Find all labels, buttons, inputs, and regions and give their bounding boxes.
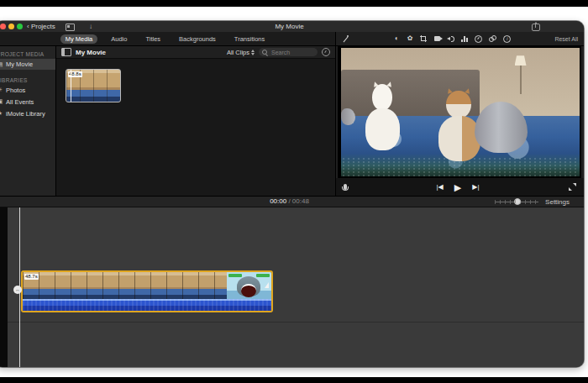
reset-all-button[interactable]: Reset All <box>554 36 578 42</box>
viewer-controls: |◀ ▶ ▶| <box>336 178 584 196</box>
all-clips-label: All Clips <box>227 49 249 56</box>
project-media-header: PROJECT MEDIA <box>0 51 55 57</box>
libraries-sidebar: PROJECT MEDIA ▤ My Movie LIBRARIES ✳ Pho… <box>0 46 55 196</box>
media-browser: My Movie All Clips <box>55 46 335 196</box>
kitten-left-edge <box>341 108 355 125</box>
sidebar-item-label: All Events <box>6 98 34 106</box>
bottom-letterbox-bar <box>0 377 588 383</box>
color-correction-icon[interactable]: ✿ <box>407 34 413 43</box>
timeline-zoom-slider[interactable] <box>495 198 538 205</box>
tab-backgrounds[interactable]: Backgrounds <box>174 34 221 44</box>
timeline-left-gutter <box>0 207 8 367</box>
clip-endcard <box>227 272 271 299</box>
noise-reduction-icon[interactable] <box>461 35 468 42</box>
info-icon[interactable]: i <box>503 35 511 43</box>
endcard-badge <box>256 274 270 277</box>
search-input[interactable] <box>270 49 314 56</box>
previous-frame-button[interactable]: |◀ <box>437 183 444 192</box>
media-pane-body: PROJECT MEDIA ▤ My Movie LIBRARIES ✳ Pho… <box>0 46 335 196</box>
clip-duration-badge: 48.7s <box>24 274 39 280</box>
clip-filmstrip <box>23 272 227 299</box>
media-pane: My Media Audio Titles Backgrounds Transi… <box>0 32 335 196</box>
current-time: 00:00 <box>270 197 286 205</box>
color-balance-icon[interactable]: ◐ <box>393 34 400 43</box>
enhance-wand-icon[interactable] <box>342 35 349 43</box>
screenshot-stage: ‹ Projects ↓ My Movie My Media Audio Tit… <box>0 0 588 383</box>
window-title: My Movie <box>0 21 584 32</box>
viewer-video-frame <box>338 46 581 178</box>
lamp <box>514 55 528 94</box>
sidebar-item-my-movie[interactable]: ▤ My Movie <box>0 59 55 70</box>
tab-audio[interactable]: Audio <box>106 34 132 44</box>
endcard-sailboat <box>265 282 269 288</box>
main-content: My Media Audio Titles Backgrounds Transi… <box>0 32 584 196</box>
timeline[interactable]: 48.7s ↔ <box>0 207 584 367</box>
top-letterbox-bar <box>0 0 588 7</box>
search-box[interactable] <box>259 48 318 56</box>
sidebar-item-imovie-library[interactable]: ★ iMovie Library <box>0 108 55 118</box>
trim-handle[interactable]: ↔ <box>13 286 22 294</box>
adjust-icon-group: ◐ ✿ i <box>393 34 511 43</box>
white-kitten <box>363 84 403 151</box>
imovie-window: ‹ Projects ↓ My Movie My Media Audio Tit… <box>0 21 584 367</box>
libraries-header: LIBRARIES <box>0 77 55 83</box>
sidebar-toggle-icon[interactable] <box>61 48 71 56</box>
aperture-icon: ✳ <box>0 87 3 93</box>
tab-transitions[interactable]: Transitions <box>229 34 270 44</box>
sidebar-item-label: iMovie Library <box>6 110 45 118</box>
sidebar-item-label: Photos <box>6 87 25 94</box>
viewer-pane: ◐ ✿ i Reset All <box>335 32 584 196</box>
filmstrip-icon: ▤ <box>0 61 3 68</box>
total-time: / 00:48 <box>288 197 308 205</box>
events-icon: ▣ <box>0 98 3 105</box>
next-frame-button[interactable]: ▶| <box>472 183 479 192</box>
endcard-shark <box>237 276 260 296</box>
clip-audio-waveform <box>23 299 271 311</box>
tab-titles[interactable]: Titles <box>140 34 165 44</box>
timeline-header: 00:00 / 00:48 Settings <box>0 196 584 207</box>
sidebar-item-label: My Movie <box>6 60 33 68</box>
stabilization-icon[interactable] <box>434 36 440 41</box>
video-scene <box>341 48 580 176</box>
window-titlebar: ‹ Projects ↓ My Movie <box>0 21 584 33</box>
transport-controls: |◀ ▶ ▶| <box>437 183 480 192</box>
media-tabbar: My Media Audio Titles Backgrounds Transi… <box>0 32 335 46</box>
thumbnail-skimmer <box>71 70 71 102</box>
volume-icon[interactable] <box>447 35 454 42</box>
updown-chevrons-icon <box>251 48 255 56</box>
endcard-badge <box>228 274 242 277</box>
sidebar-item-photos[interactable]: ✳ Photos <box>0 85 55 95</box>
fullscreen-icon[interactable] <box>569 183 576 191</box>
speed-icon[interactable] <box>475 35 482 43</box>
crop-icon[interactable] <box>420 35 427 42</box>
microphone-icon[interactable] <box>344 184 347 190</box>
browser-header: My Movie All Clips <box>56 46 335 59</box>
clip-filter-icon[interactable] <box>322 48 330 56</box>
browser-title: My Movie <box>76 49 106 56</box>
sidebar-item-all-events[interactable]: ▣ All Events <box>0 97 55 107</box>
timeline-clip-kittens[interactable]: 48.7s <box>21 270 273 312</box>
adjust-toolbar: ◐ ✿ i Reset All <box>336 32 584 46</box>
play-button[interactable]: ▶ <box>454 183 461 192</box>
all-clips-dropdown[interactable]: All Clips <box>227 48 255 56</box>
gray-kitten <box>475 102 527 153</box>
media-thumbnail-kittens[interactable]: 48.8s <box>66 69 121 102</box>
clip-filter-effects-icon[interactable] <box>489 35 496 42</box>
search-icon <box>262 50 267 55</box>
settings-button[interactable]: Settings <box>545 198 570 206</box>
timeline-track-divider <box>8 322 584 323</box>
star-icon: ★ <box>0 110 3 117</box>
share-icon[interactable] <box>532 24 540 31</box>
tab-my-media[interactable]: My Media <box>60 34 98 44</box>
